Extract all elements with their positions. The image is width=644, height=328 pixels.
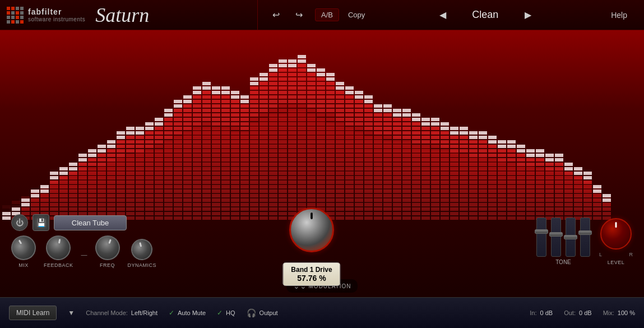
hq-check-icon: ✓ xyxy=(217,309,223,317)
band-preset-dropdown[interactable]: Clean Tube xyxy=(54,215,127,230)
product-name: Saturn xyxy=(95,3,149,27)
help-button[interactable]: Help xyxy=(605,8,633,22)
level-control: L R LEVEL xyxy=(599,218,633,265)
channel-mode-section: Channel Mode: Left/Right xyxy=(86,309,157,316)
knobs-section: MIX FEEDBACK — FREQ DYNAMICS xyxy=(11,235,280,268)
mix-value: 100 % xyxy=(618,309,635,316)
in-level-section: In: 0 dB xyxy=(530,309,553,316)
redo-button[interactable]: ↪ xyxy=(292,7,306,22)
freq-knob[interactable] xyxy=(91,232,123,264)
tone-control: TONE xyxy=(536,218,590,265)
in-value: 0 dB xyxy=(540,309,553,316)
tone-slider-1[interactable] xyxy=(536,218,546,257)
dynamics-knob-wrap: DYNAMICS xyxy=(128,239,157,268)
tone-label: TONE xyxy=(555,259,571,265)
tone-sliders-row xyxy=(536,218,590,257)
midi-learn-button[interactable]: MIDI Learn xyxy=(9,306,57,320)
feedback-knob-wrap: FEEDBACK xyxy=(44,235,73,268)
output-label: Output xyxy=(260,309,278,316)
next-preset-button[interactable]: ▶ xyxy=(525,10,531,20)
drive-knob[interactable] xyxy=(289,207,334,252)
copy-button[interactable]: Copy xyxy=(348,11,365,19)
out-level-section: Out: 0 dB xyxy=(564,309,591,316)
hq-section[interactable]: ✓ HQ xyxy=(217,309,235,317)
hq-label: HQ xyxy=(226,309,235,316)
feedback-knob[interactable] xyxy=(44,234,73,262)
feedback-label: FEEDBACK xyxy=(44,262,73,268)
level-knob[interactable] xyxy=(600,218,632,250)
toolbar-area: ↩ ↪ A/B Copy ◀ Clean ▶ Help xyxy=(258,0,644,30)
tooltip-value: 57.76 % xyxy=(291,274,332,283)
out-value: 0 dB xyxy=(579,309,592,316)
undo-button[interactable]: ↩ xyxy=(269,7,283,22)
logo-icon xyxy=(7,7,24,24)
bottom-bar: MIDI Learn ▼ Channel Mode: Left/Right ✓ … xyxy=(0,297,644,328)
channel-mode-value: Left/Right xyxy=(131,309,157,316)
headphone-icon: 🎧 xyxy=(247,308,256,317)
output-section: 🎧 Output xyxy=(247,308,278,317)
level-r-label: R xyxy=(629,252,633,257)
fb-freq-separator: — xyxy=(81,251,87,258)
midi-arrow-button[interactable]: ▼ xyxy=(68,309,75,317)
drive-tooltip: Band 1 Drive 57.76 % xyxy=(282,262,340,286)
brand-sub: software instruments xyxy=(28,16,85,22)
auto-mute-check-icon: ✓ xyxy=(169,309,174,317)
tone-slider-3[interactable] xyxy=(566,218,576,257)
top-bar: fabfilter software instruments Saturn ↩ … xyxy=(0,0,644,30)
band-controls: ⏻ 💾 Clean Tube MIX FEEDBACK xyxy=(11,214,280,268)
ab-button[interactable]: A/B xyxy=(315,8,339,21)
dynamics-label: DYNAMICS xyxy=(128,262,157,268)
tone-slider-4[interactable] xyxy=(580,218,590,257)
preset-name-display: Clean xyxy=(452,9,519,21)
tone-slider-2[interactable] xyxy=(551,218,561,257)
channel-mode-label: Channel Mode: xyxy=(86,309,128,316)
out-label: Out: xyxy=(564,309,576,316)
mix-knob[interactable] xyxy=(7,231,40,265)
mix-label: MIX xyxy=(18,262,29,268)
right-controls: TONE L R LEVEL xyxy=(343,218,633,265)
auto-mute-label: Auto Mute xyxy=(178,309,206,316)
tooltip-title: Band 1 Drive xyxy=(291,266,332,274)
preset-area: ◀ Clean ▶ xyxy=(374,9,596,21)
freq-label: FREQ xyxy=(100,262,115,268)
mix-label-bottom: Mix: xyxy=(603,309,614,316)
band-header: ⏻ 💾 Clean Tube xyxy=(11,214,280,231)
main-area: ⏻ 💾 Clean Tube MIX FEEDBACK xyxy=(0,30,644,297)
brand-name: fabfilter xyxy=(28,7,85,16)
prev-preset-button[interactable]: ◀ xyxy=(439,10,446,20)
freq-knob-wrap: FREQ xyxy=(95,235,120,268)
save-button[interactable]: 💾 xyxy=(33,214,49,231)
level-label: LEVEL xyxy=(608,260,625,265)
power-button[interactable]: ⏻ xyxy=(11,214,28,231)
mix-level-section: Mix: 100 % xyxy=(603,309,635,316)
auto-mute-section[interactable]: ✓ Auto Mute xyxy=(169,309,206,317)
in-label: In: xyxy=(530,309,536,316)
dynamics-knob[interactable] xyxy=(129,237,155,263)
mix-knob-wrap: MIX xyxy=(11,235,36,268)
level-l-label: L xyxy=(599,252,602,257)
lr-labels: L R xyxy=(599,252,633,257)
drive-section: Band 1 Drive 57.76 % xyxy=(289,207,334,252)
logo-area: fabfilter software instruments Saturn xyxy=(0,0,258,30)
controls-wrapper: ⏻ 💾 Clean Tube MIX FEEDBACK xyxy=(0,185,644,297)
